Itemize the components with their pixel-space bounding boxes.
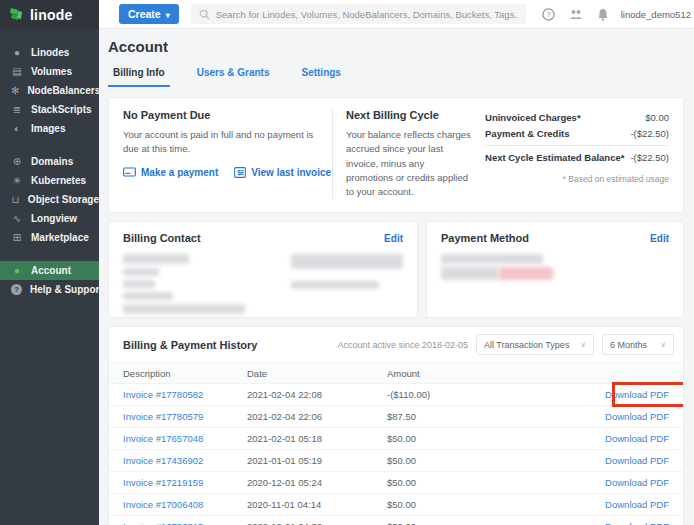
invoice-amount: $50.00	[387, 494, 537, 516]
main-content: Account Billing Info Users & Grants Sett…	[99, 29, 694, 525]
stackscripts-icon: ≣	[11, 105, 23, 115]
redacted-text	[123, 254, 189, 264]
svg-text:?: ?	[546, 10, 550, 19]
community-icon[interactable]	[569, 8, 583, 20]
estimated-balance-value: -($22.50)	[624, 152, 669, 163]
object-storage-icon: ⊔	[11, 195, 20, 205]
create-button[interactable]: Create	[119, 4, 179, 24]
download-pdf-link[interactable]: Download PDF	[605, 389, 669, 400]
linode-logo[interactable]: linode	[0, 0, 99, 29]
no-payment-due-body: Your account is paid in full and no paym…	[123, 128, 319, 157]
topbar-icons: ?	[542, 8, 609, 21]
redacted-text	[123, 304, 245, 314]
next-billing-cycle-panel: Next Billing Cycle Your balance reflects…	[346, 109, 471, 199]
invoice-amount: -($110.00)	[387, 384, 537, 406]
sidebar-item-linodes[interactable]: ● Linodes	[0, 43, 99, 62]
divider	[332, 109, 333, 199]
brand-name: linode	[30, 7, 72, 23]
sidebar-nav: ● Linodes ▤ Volumes ✻ NodeBalancers ≣ St…	[0, 29, 99, 299]
view-last-invoice-link[interactable]: $ View last invoice	[234, 167, 331, 178]
sidebar-item-domains[interactable]: ⊕ Domains	[0, 152, 99, 171]
next-billing-cycle-title: Next Billing Cycle	[346, 109, 471, 121]
search-bar[interactable]	[191, 4, 526, 24]
no-payment-due-panel: No Payment Due Your account is paid in f…	[123, 109, 319, 199]
redacted-text	[441, 254, 543, 264]
sidebar-item-images[interactable]: ◐ Images	[0, 119, 99, 138]
tab-bar: Billing Info Users & Grants Settings	[108, 67, 684, 87]
sidebar-item-account[interactable]: ● Account	[0, 261, 99, 280]
invoice-amount: $87.50	[387, 406, 537, 428]
column-actions	[537, 363, 683, 384]
invoice-link[interactable]: Invoice #17436902	[123, 455, 203, 466]
payment-credits-row: Payment & Credits -($22.50)	[485, 125, 669, 141]
download-pdf-link[interactable]: Download PDF	[605, 499, 669, 510]
username[interactable]: linode_demo512	[621, 9, 691, 20]
nodebalancers-icon: ✻	[11, 86, 19, 96]
table-row: Invoice #17780582 2021-02-04 22:08 -($11…	[109, 384, 683, 406]
redacted-text	[291, 254, 403, 269]
invoice-date: 2020-12-01 05:24	[247, 472, 387, 494]
download-pdf-link[interactable]: Download PDF	[605, 411, 669, 422]
chevron-down-icon	[580, 340, 586, 349]
invoice-date: 2021-01-01 05:19	[247, 450, 387, 472]
date-range-select[interactable]: 6 Months	[602, 334, 674, 355]
billing-contact-card: Billing Contact Edit	[108, 221, 418, 318]
invoice-icon: $	[234, 167, 246, 178]
edit-billing-contact-link[interactable]: Edit	[384, 233, 403, 244]
edit-payment-method-link[interactable]: Edit	[650, 233, 669, 244]
sidebar-item-volumes[interactable]: ▤ Volumes	[0, 62, 99, 81]
make-payment-link[interactable]: Make a payment	[123, 167, 218, 178]
table-row: Invoice #17219159 2020-12-01 05:24 $50.0…	[109, 472, 683, 494]
sidebar-item-longview[interactable]: ∿ Longview	[0, 209, 99, 228]
sidebar-item-nodebalancers[interactable]: ✻ NodeBalancers	[0, 81, 99, 100]
download-pdf-link[interactable]: Download PDF	[605, 433, 669, 444]
download-pdf-link[interactable]: Download PDF	[605, 477, 669, 488]
sidebar-item-help-support[interactable]: Help & Support	[0, 280, 99, 299]
page-title: Account	[108, 38, 684, 55]
sidebar-item-stackscripts[interactable]: ≣ StackScripts	[0, 100, 99, 119]
linode-cloud-manager: linode ● Linodes ▤ Volumes ✻ NodeBalance…	[0, 0, 694, 525]
sidebar-item-kubernetes[interactable]: ✳ Kubernetes	[0, 171, 99, 190]
sidebar-item-marketplace[interactable]: ⊞ Marketplace	[0, 228, 99, 247]
account-active-since: Account active since 2018-02-05	[337, 340, 468, 350]
billing-history-title: Billing & Payment History	[123, 339, 337, 351]
table-row: Invoice #17006408 2020-11-01 04:14 $50.0…	[109, 494, 683, 516]
transaction-type-select[interactable]: All Transaction Types	[476, 334, 594, 355]
invoice-amount: $50.00	[387, 428, 537, 450]
invoice-link[interactable]: Invoice #17780582	[123, 389, 203, 400]
volumes-icon: ▤	[11, 67, 23, 77]
estimate-footnote: * Based on estimated usage	[485, 174, 669, 184]
invoice-link[interactable]: Invoice #17219159	[123, 477, 203, 488]
invoice-amount: $50.00	[387, 450, 537, 472]
redacted-text	[123, 280, 155, 288]
credit-card-icon	[123, 167, 136, 177]
invoice-link[interactable]: Invoice #17780579	[123, 411, 203, 422]
sidebar-item-object-storage[interactable]: ⊔ Object Storage	[0, 190, 99, 209]
invoice-link[interactable]: Invoice #17006408	[123, 499, 203, 510]
invoice-amount: $50.00	[387, 516, 537, 525]
help-icon[interactable]: ?	[542, 8, 555, 21]
download-pdf-link[interactable]: Download PDF	[605, 521, 669, 525]
notifications-bell-icon[interactable]	[597, 8, 609, 21]
payment-links: Make a payment $ View last invoice	[123, 167, 319, 178]
chevron-down-icon	[660, 340, 666, 349]
tab-users-grants[interactable]: Users & Grants	[192, 67, 275, 87]
search-icon	[199, 9, 210, 20]
column-date: Date	[247, 363, 387, 384]
tab-settings[interactable]: Settings	[296, 67, 345, 87]
table-row: Invoice #17780579 2021-02-04 22:06 $87.5…	[109, 406, 683, 428]
invoice-link[interactable]: Invoice #17657048	[123, 433, 203, 444]
column-amount: Amount	[387, 363, 537, 384]
billing-figures: Uninvoiced Charges* $0.00 Payment & Cred…	[471, 109, 669, 199]
redacted-text	[123, 268, 159, 276]
table-row: Invoice #17657048 2021-02-01 05:18 $50.0…	[109, 428, 683, 450]
invoice-date: 2021-02-04 22:06	[247, 406, 387, 428]
invoice-date: 2021-02-04 22:08	[247, 384, 387, 406]
tab-billing-info[interactable]: Billing Info	[108, 67, 170, 87]
domains-icon: ⊕	[11, 157, 23, 167]
download-pdf-link[interactable]: Download PDF	[605, 455, 669, 466]
invoice-date: 2020-10-01 04:36	[247, 516, 387, 525]
search-input[interactable]	[216, 9, 518, 20]
invoice-link[interactable]: Invoice #16796315	[123, 521, 203, 525]
invoice-date: 2020-11-01 04:14	[247, 494, 387, 516]
